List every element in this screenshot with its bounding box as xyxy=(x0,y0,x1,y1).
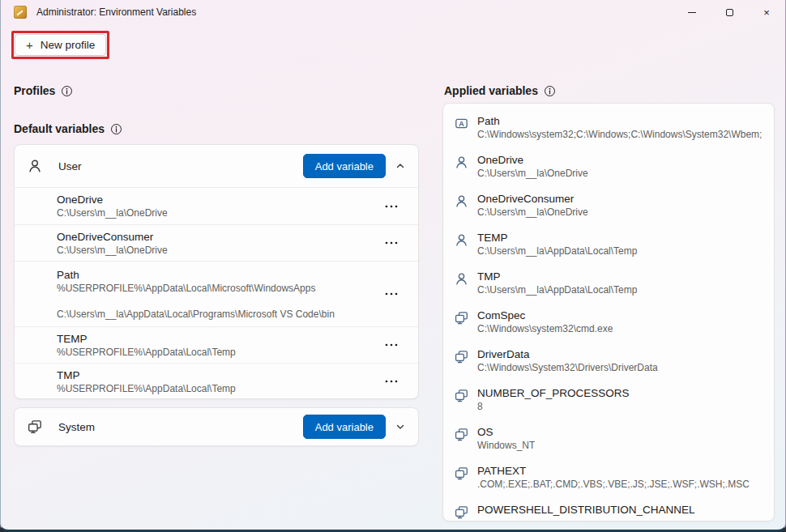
variable-value: C:\Users\m__la\AppData\Local\Programs\Mi… xyxy=(57,309,365,321)
ellipsis-icon xyxy=(384,204,399,209)
applied-variables-card: Path C:\Windows\system32;C:\Windows;C:\W… xyxy=(442,103,775,521)
applied-row-comspec: ComSpec C:\Windows\system32\cmd.exe xyxy=(443,308,774,347)
variable-value: %USERPROFILE%\AppData\Local\Microsoft\Wi… xyxy=(57,283,365,295)
variable-value: C:\Users\m__la\OneDrive xyxy=(57,245,365,257)
applied-value: C:\Windows\System32\Drivers\DriverData xyxy=(477,362,658,374)
applied-name: OneDriveConsumer xyxy=(477,192,588,206)
title-bar: Administrator: Environment Variables × xyxy=(1,0,785,24)
default-variables-section-label: Default variables xyxy=(14,122,122,135)
annotation-red-box: + New profile xyxy=(11,31,109,59)
applied-row-powershell-distribution-channel: POWERSHELL_DISTRIBUTION_CHANNEL xyxy=(443,502,774,521)
variable-name: OneDrive xyxy=(57,193,418,207)
app-window: Administrator: Environment Variables × +… xyxy=(0,0,786,532)
applied-name: ComSpec xyxy=(477,309,613,323)
user-collapse-button[interactable] xyxy=(389,155,412,177)
applied-row-onedriveconsumer: OneDriveConsumer C:\Users\m__la\OneDrive xyxy=(443,191,774,230)
default-variables-info-icon[interactable] xyxy=(110,123,122,135)
maximize-button[interactable] xyxy=(711,0,748,24)
minimize-icon xyxy=(688,12,696,13)
ellipsis-icon xyxy=(384,240,399,245)
applied-value: C:\Users\m__la\OneDrive xyxy=(477,168,588,180)
applied-row-temp: TEMP C:\Users\m__la\AppData\Local\Temp xyxy=(443,230,774,269)
user-card-title: User xyxy=(58,160,82,172)
variable-value: %USERPROFILE%\AppData\Local\Temp xyxy=(57,383,365,395)
maximize-icon xyxy=(726,9,733,16)
user-icon xyxy=(455,155,468,169)
applied-row-path: Path C:\Windows\system32;C:\Windows;C:\W… xyxy=(443,113,774,152)
variable-row-tmp: TMP %USERPROFILE%\AppData\Local\Temp xyxy=(15,363,418,399)
system-icon xyxy=(455,350,468,364)
chevron-down-icon xyxy=(395,422,405,432)
applied-value: C:\Users\m__la\AppData\Local\Temp xyxy=(477,284,637,296)
applied-variables-section-label: Applied variables xyxy=(444,84,556,97)
variable-name: TEMP xyxy=(57,332,418,347)
applied-name: NUMBER_OF_PROCESSORS xyxy=(477,386,630,401)
user-icon xyxy=(455,194,468,208)
variable-name: Path xyxy=(57,268,418,283)
ellipsis-icon xyxy=(384,343,399,347)
system-expand-button[interactable] xyxy=(389,416,412,437)
applied-row-pathext: PATHEXT .COM;.EXE;.BAT;.CMD;.VBS;.VBE;.J… xyxy=(443,463,774,502)
applied-name: TMP xyxy=(477,270,637,284)
applied-name: Path xyxy=(477,114,763,129)
variable-more-button[interactable] xyxy=(379,234,404,252)
user-icon xyxy=(455,272,468,286)
system-icon xyxy=(455,389,468,402)
variable-row-path: Path %USERPROFILE%\AppData\Local\Microso… xyxy=(15,261,418,326)
new-profile-label: New profile xyxy=(41,39,96,51)
variable-more-button[interactable] xyxy=(379,285,404,303)
minimize-button[interactable] xyxy=(673,0,711,24)
app-icon xyxy=(14,6,27,19)
window-title: Administrator: Environment Variables xyxy=(36,6,196,18)
system-icon xyxy=(455,428,468,441)
applied-value: C:\Users\m__la\OneDrive xyxy=(477,206,588,219)
profiles-info-icon[interactable] xyxy=(61,85,73,97)
variable-row-onedrive: OneDrive C:\Users\m__la\OneDrive xyxy=(15,188,418,224)
applied-value: C:\Windows\system32;C:\Windows;C:\Window… xyxy=(477,129,763,141)
new-profile-button[interactable]: + New profile xyxy=(15,34,106,56)
variable-name: TMP xyxy=(57,368,418,383)
chevron-up-icon xyxy=(395,161,405,171)
system-card-header[interactable]: System Add variable xyxy=(15,408,418,445)
user-icon xyxy=(455,233,468,247)
ellipsis-icon xyxy=(384,292,399,296)
applied-name: DriverData xyxy=(477,347,658,362)
applied-row-tmp: TMP C:\Users\m__la\AppData\Local\Temp xyxy=(443,269,774,308)
variable-row-onedriveconsumer: OneDriveConsumer C:\Users\m__la\OneDrive xyxy=(15,224,418,261)
variable-more-button[interactable] xyxy=(379,372,404,390)
applied-value: .COM;.EXE;.BAT;.CMD;.VBS;.VBE;.JS;.JSE;.… xyxy=(477,479,750,491)
applied-value: 8 xyxy=(477,401,630,413)
window-controls: × xyxy=(673,0,785,24)
variable-more-button[interactable] xyxy=(379,198,404,215)
user-add-variable-button[interactable]: Add variable xyxy=(303,154,386,178)
system-icon xyxy=(455,505,468,519)
applied-value: C:\Windows\system32\cmd.exe xyxy=(477,323,613,335)
applied-variables-info-icon[interactable] xyxy=(544,85,556,97)
default-variables-label-text: Default variables xyxy=(14,122,105,135)
profiles-section-label: Profiles xyxy=(14,84,73,97)
variable-row-temp: TEMP %USERPROFILE%\AppData\Local\Temp xyxy=(15,326,418,363)
variable-name: OneDriveConsumer xyxy=(57,230,418,245)
user-icon xyxy=(28,159,42,173)
system-icon xyxy=(28,419,42,434)
close-button[interactable]: × xyxy=(748,0,785,24)
close-icon: × xyxy=(763,6,770,19)
system-icon xyxy=(455,466,468,480)
system-card-title: System xyxy=(58,421,95,433)
applied-name: OneDrive xyxy=(477,153,588,168)
applied-row-driverdata: DriverData C:\Windows\System32\Drivers\D… xyxy=(443,347,774,385)
applied-name: TEMP xyxy=(477,231,637,245)
variable-more-button[interactable] xyxy=(379,336,404,354)
applied-value: Windows_NT xyxy=(477,440,535,452)
applied-value: C:\Users\m__la\AppData\Local\Temp xyxy=(477,245,637,257)
user-variables-card: User Add variable OneDrive C:\Users\m__l… xyxy=(14,144,419,399)
system-icon xyxy=(455,311,468,325)
plus-icon: + xyxy=(26,39,33,51)
applied-name: PATHEXT xyxy=(477,464,750,479)
applied-row-number-of-processors: NUMBER_OF_PROCESSORS 8 xyxy=(443,385,774,424)
system-add-variable-button[interactable]: Add variable xyxy=(303,415,386,439)
applied-name: OS xyxy=(477,425,535,440)
variable-value: %USERPROFILE%\AppData\Local\Temp xyxy=(57,347,365,359)
applied-variables-label-text: Applied variables xyxy=(444,84,538,97)
user-card-header[interactable]: User Add variable xyxy=(15,145,418,188)
